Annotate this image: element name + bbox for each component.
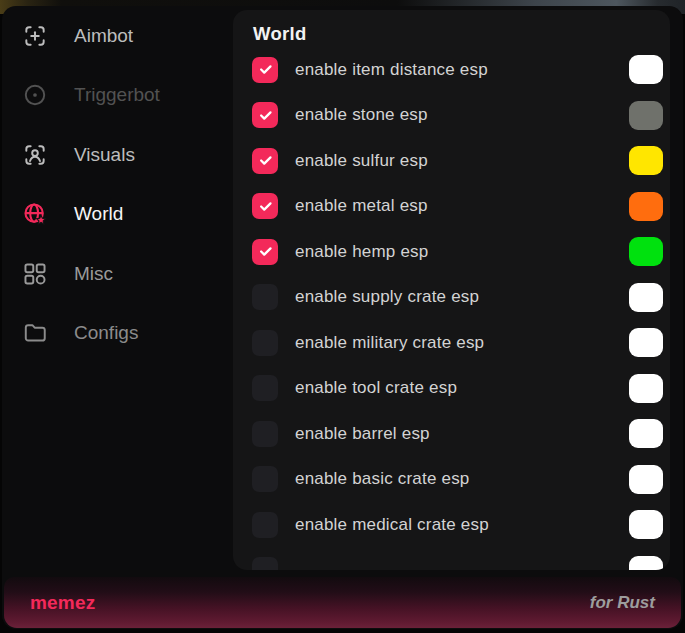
esp-color-swatch[interactable] bbox=[629, 556, 663, 570]
esp-checkbox[interactable] bbox=[252, 330, 278, 356]
esp-row-medical-crate: enable medical crate esp bbox=[252, 502, 663, 548]
esp-checkbox[interactable] bbox=[252, 466, 278, 492]
esp-row-clipped bbox=[252, 548, 663, 571]
esp-row-barrel: enable barrel esp bbox=[252, 411, 663, 457]
footer-bar: memez for Rust bbox=[4, 577, 681, 628]
esp-checkbox[interactable] bbox=[252, 284, 278, 310]
sidebar-item-label: Visuals bbox=[74, 144, 135, 166]
brand-name: memez bbox=[30, 592, 95, 614]
cheat-menu-window: Aimbot Triggerbot Visuals bbox=[2, 6, 683, 629]
esp-color-swatch[interactable] bbox=[629, 101, 663, 130]
esp-color-swatch[interactable] bbox=[629, 465, 663, 494]
esp-label: enable tool crate esp bbox=[295, 378, 457, 398]
esp-row-military-crate: enable military crate esp bbox=[252, 320, 663, 366]
esp-checkbox[interactable] bbox=[252, 239, 278, 265]
esp-row-hemp: enable hemp esp bbox=[252, 229, 663, 275]
sidebar-item-label: World bbox=[74, 203, 123, 225]
esp-row-metal: enable metal esp bbox=[252, 184, 663, 230]
esp-checkbox[interactable] bbox=[252, 148, 278, 174]
esp-row-basic-crate: enable basic crate esp bbox=[252, 457, 663, 503]
esp-color-swatch[interactable] bbox=[629, 419, 663, 448]
esp-options-list: enable item distance esp enable stone es… bbox=[252, 47, 663, 570]
esp-checkbox[interactable] bbox=[252, 102, 278, 128]
footer-tagline: for Rust bbox=[590, 593, 655, 613]
esp-row-item-distance: enable item distance esp bbox=[252, 47, 663, 93]
visuals-person-scan-icon bbox=[22, 142, 48, 168]
esp-label: enable basic crate esp bbox=[295, 469, 470, 489]
misc-apps-icon bbox=[22, 261, 48, 287]
esp-label: enable sulfur esp bbox=[295, 151, 428, 171]
esp-color-swatch[interactable] bbox=[629, 510, 663, 539]
esp-checkbox[interactable] bbox=[252, 375, 278, 401]
triggerbot-dot-icon bbox=[22, 82, 48, 108]
sidebar-item-aimbot[interactable]: Aimbot bbox=[2, 6, 232, 66]
esp-label: enable metal esp bbox=[295, 196, 428, 216]
esp-label: enable item distance esp bbox=[295, 60, 488, 80]
esp-color-swatch[interactable] bbox=[629, 328, 663, 357]
esp-row-stone: enable stone esp bbox=[252, 93, 663, 139]
esp-label: enable stone esp bbox=[295, 105, 428, 125]
world-globe-icon bbox=[22, 201, 48, 227]
esp-row-supply-crate: enable supply crate esp bbox=[252, 275, 663, 321]
esp-color-swatch[interactable] bbox=[629, 146, 663, 175]
esp-label: enable hemp esp bbox=[295, 242, 428, 262]
esp-color-swatch[interactable] bbox=[629, 55, 663, 84]
world-settings-panel: World enable item distance esp enable st… bbox=[233, 10, 670, 570]
esp-row-sulfur: enable sulfur esp bbox=[252, 138, 663, 184]
sidebar-item-label: Aimbot bbox=[74, 25, 133, 47]
esp-label: enable military crate esp bbox=[295, 333, 484, 353]
esp-checkbox[interactable] bbox=[252, 421, 278, 447]
sidebar: Aimbot Triggerbot Visuals bbox=[2, 6, 232, 363]
esp-color-swatch[interactable] bbox=[629, 283, 663, 312]
configs-folder-icon bbox=[22, 320, 48, 346]
aimbot-target-icon bbox=[22, 23, 48, 49]
sidebar-item-triggerbot[interactable]: Triggerbot bbox=[2, 66, 232, 126]
sidebar-item-misc[interactable]: Misc bbox=[2, 244, 232, 304]
esp-checkbox[interactable] bbox=[252, 57, 278, 83]
esp-label: enable medical crate esp bbox=[295, 515, 489, 535]
esp-color-swatch[interactable] bbox=[629, 374, 663, 403]
sidebar-item-visuals[interactable]: Visuals bbox=[2, 125, 232, 185]
esp-label: enable barrel esp bbox=[295, 424, 430, 444]
sidebar-item-world[interactable]: World bbox=[2, 185, 232, 245]
sidebar-item-label: Triggerbot bbox=[74, 84, 160, 106]
esp-checkbox[interactable] bbox=[252, 512, 278, 538]
esp-color-swatch[interactable] bbox=[629, 237, 663, 266]
esp-label: enable supply crate esp bbox=[295, 287, 479, 307]
esp-checkbox[interactable] bbox=[252, 193, 278, 219]
panel-title: World bbox=[253, 23, 307, 45]
sidebar-item-label: Configs bbox=[74, 322, 138, 344]
esp-checkbox[interactable] bbox=[252, 557, 278, 570]
esp-row-tool-crate: enable tool crate esp bbox=[252, 366, 663, 412]
esp-color-swatch[interactable] bbox=[629, 192, 663, 221]
sidebar-item-configs[interactable]: Configs bbox=[2, 304, 232, 364]
sidebar-item-label: Misc bbox=[74, 263, 113, 285]
